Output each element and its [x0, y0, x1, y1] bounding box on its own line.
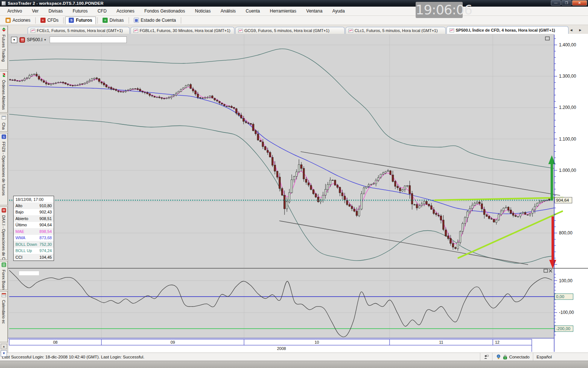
chart-tab-label: GCG9, Futuros, 5 minutos, Hora local (GM… — [244, 28, 329, 33]
tooltip-label: Alto — [15, 203, 22, 209]
menu-item-cuenta[interactable]: Cuenta — [246, 8, 260, 14]
chart-tooltip: 18/12/08, 17:00 Alto910,80Bajo902,43Abie… — [13, 196, 54, 261]
sidebar-scroll-up-button[interactable]: ▲ — [1, 344, 7, 349]
tooltip-row-mae: MAE898,54 — [14, 228, 54, 235]
tooltip-row-boll-down: BOLL Down752,30 — [14, 241, 54, 248]
sidebar-view-combo-button[interactable]: ▼ — [1, 350, 7, 357]
menu-item-ayuda[interactable]: Ayuda — [332, 8, 345, 14]
chart-panel-icon — [1, 115, 6, 121]
symbol-input[interactable] — [50, 36, 127, 43]
sidebar-item-dax-i-operaciones-de-cfd[interactable]: DAX.I - Operaciones de CFD — [0, 206, 8, 260]
chart-canvas[interactable]: 1.400,001.300,001.200,001.100,001.000,00… — [0, 34, 588, 353]
toolbar-separator — [129, 17, 129, 24]
chart-workspace: 1.400,001.300,001.200,001.100,001.000,00… — [0, 34, 588, 353]
chart-tab-label: SP500.I, Índice de CFD, 4 horas, Hora lo… — [456, 28, 555, 32]
instrument-selector[interactable]: SP500.I — [27, 37, 43, 42]
user-status-segment[interactable] — [480, 353, 492, 361]
chart-tab-1[interactable]: FCEc1, Futuros, 5 minutos, Hora local (G… — [28, 27, 130, 34]
tooltip-label: CCI — [15, 255, 22, 260]
tooltip-label: BOLL Up — [15, 248, 32, 254]
svg-text:1.300,00: 1.300,00 — [559, 74, 576, 79]
toolbar-separator — [97, 17, 98, 24]
sidebar-item-forex-board[interactable]: Forex Board — [0, 261, 8, 290]
tab-scroll-arrows[interactable]: ◄ ► — [569, 28, 584, 32]
toolbar-button-acciones[interactable]: ▤Acciones — [2, 17, 34, 24]
tooltip-label: Último — [15, 222, 27, 228]
tooltip-value: 104,45 — [39, 255, 52, 260]
sidebar-item--rdenes-abiertas[interactable]: Órdenes Abiertas — [0, 71, 8, 113]
open-orders-icon — [1, 72, 6, 79]
tooltip-row-abierto: Abierto908,51 — [14, 215, 54, 222]
sidebar-item-cha[interactable]: Cha — [0, 114, 8, 132]
toolbar-button-divisas[interactable]: ≡Divisas — [99, 17, 127, 24]
toolbar-button-futuros[interactable]: SFuturos — [65, 17, 96, 24]
menu-bar: ArchivoVerDivisasFuturosCFDAccionesFondo… — [0, 7, 588, 16]
menu-item-ventana[interactable]: Ventana — [306, 8, 322, 14]
menu-item-noticias[interactable]: Noticias — [195, 8, 211, 14]
menu-item-archivo[interactable]: Archivo — [7, 8, 22, 14]
menu-item-herramientas[interactable]: Herramientas — [270, 8, 296, 14]
chevron-down-icon[interactable]: ▼ — [44, 38, 47, 42]
main-toolbar: ▤Acciones≡CFDsSFuturos≡Divisas▤Estado de… — [0, 16, 588, 25]
minimize-button[interactable]: — — [551, 0, 561, 6]
futures-ops-icon: S — [1, 134, 6, 141]
sidebar-item-label: Cha — [1, 123, 6, 130]
connection-segment[interactable]: Conectado — [492, 353, 533, 361]
mini-chart-icon — [133, 29, 138, 33]
tooltip-label: BOLL Down — [15, 242, 37, 247]
menu-item-futuros[interactable]: Futuros — [73, 8, 88, 14]
menu-item-ver[interactable]: Ver — [32, 8, 39, 14]
tooltip-value: 902,43 — [39, 209, 52, 215]
tooltip-value: 904,64 — [39, 222, 52, 228]
status-bar: Last Successful Login: 18-dic-2008 10:42… — [0, 353, 588, 361]
menu-item-cfd[interactable]: CFD — [97, 8, 107, 14]
sidebar-item-label: Calendario ec — [1, 300, 6, 324]
svg-text:11: 11 — [439, 340, 443, 344]
toolbar-button-cfds[interactable]: ≡CFDs — [37, 17, 62, 24]
instrument-icon — [19, 37, 25, 43]
svg-text:-100,00: -100,00 — [559, 310, 574, 315]
menu-item-divisas[interactable]: Divisas — [49, 8, 63, 14]
menu-item-análisis[interactable]: Análisis — [220, 8, 236, 14]
tooltip-row-cci: CCI104,45 — [14, 254, 54, 261]
cci-label-box — [19, 271, 39, 275]
maximize-button[interactable]: ❐ — [562, 0, 571, 6]
futures-trading-icon — [1, 27, 6, 33]
year-label: 2008 — [277, 346, 286, 351]
chart-menu-dropdown-icon[interactable]: ▼ — [11, 37, 17, 43]
cfd-icon: ≡ — [40, 18, 46, 23]
mini-chart-icon — [449, 28, 454, 32]
forex-icon: ≡ — [103, 18, 108, 23]
cci-maximize-icon[interactable] — [544, 269, 548, 273]
sidebar-item-label: Futures Trading — [1, 35, 6, 62]
sidebar-item-futures-trading[interactable]: Futures Trading — [0, 26, 8, 70]
toolbar-separator — [63, 17, 64, 24]
sidebar-item-ffiz8-operaciones-de-futuros[interactable]: SFFIZ8 - Operaciones de futuros — [0, 133, 8, 205]
close-button[interactable]: ✕ — [572, 0, 587, 6]
tooltip-label: MAE — [15, 229, 24, 234]
futures-icon: S — [69, 18, 74, 23]
svg-text:09: 09 — [171, 340, 175, 344]
chart-tab-3[interactable]: GCG9, Futuros, 5 minutos, Hora local (GM… — [235, 27, 345, 34]
language-segment[interactable]: Español — [533, 353, 588, 361]
sidebar-item-calendario-ec[interactable]: Calendario ec — [0, 291, 8, 342]
stocks-icon: ▤ — [6, 18, 11, 23]
maximize-pane-icon[interactable] — [545, 37, 549, 40]
svg-text:S: S — [3, 135, 5, 139]
tooltip-row-alto: Alto910,80 — [14, 202, 54, 209]
menu-item-acciones[interactable]: Acciones — [116, 8, 135, 14]
svg-text:-200,00: -200,00 — [556, 326, 570, 331]
tooltip-row-boll-up: BOLL Up974,24 — [14, 248, 54, 254]
chart-tab-5[interactable]: SP500.I, Índice de CFD, 4 horas, Hora lo… — [447, 26, 569, 34]
floating-clock: 19:06:06 — [416, 2, 463, 18]
chart-tab-strip: FCEc1, Futuros, 5 minutos, Hora local (G… — [0, 25, 588, 34]
toolbar-button-label: Futuros — [76, 18, 92, 23]
chart-tab-2[interactable]: FGBLc1, Futuros, 30 Minutos, Hora local … — [130, 27, 234, 34]
account-statement-icon: ▤ — [134, 18, 139, 23]
toolbar-button-estado-de-cuenta[interactable]: ▤Estado de Cuenta — [130, 17, 179, 24]
tooltip-value: 910,80 — [39, 203, 52, 209]
chart-tab-label: FCEc1, Futuros, 5 minutos, Hora local (G… — [37, 28, 123, 33]
menu-item-fondos-gestionados[interactable]: Fondos Gestionados — [144, 8, 185, 14]
chart-tab-4[interactable]: CLc1, Futuros, 5 minutos, Hora local (GM… — [345, 27, 446, 34]
tooltip-value: 908,51 — [39, 216, 52, 222]
